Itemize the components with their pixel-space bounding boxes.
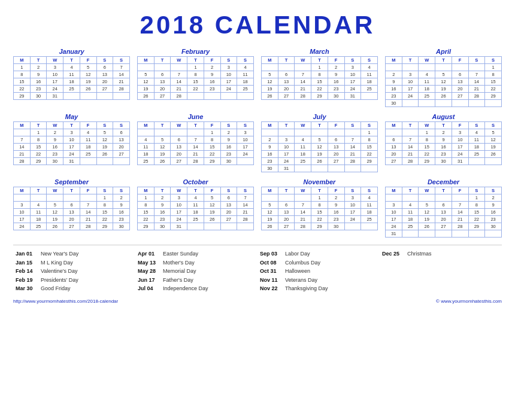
day-cell: 16 (30, 78, 47, 86)
holiday-date: Jun 17 (138, 276, 160, 284)
day-cell: 11 (30, 209, 47, 216)
day-cell: 12 (419, 209, 435, 216)
day-header: M (386, 57, 402, 64)
day-cell: 8 (468, 202, 485, 209)
holiday-name: M L King Day (41, 259, 73, 267)
day-cell: 11 (80, 136, 96, 144)
day-cell: 9 (328, 71, 344, 78)
day-cell: 21 (452, 216, 468, 223)
month-table: MTWTFSS123456789101112131415161718192021… (137, 187, 254, 230)
day-cell: 21 (344, 151, 361, 158)
day-cell: 17 (220, 78, 237, 86)
day-header: M (14, 57, 31, 64)
day-cell: 28 (14, 158, 31, 165)
day-cell (220, 223, 237, 230)
day-cell: 6 (220, 194, 237, 202)
day-header: S (237, 57, 254, 64)
footer-right: © www.yourmomhatesthis.com (436, 299, 502, 304)
day-cell (237, 158, 254, 165)
day-cell: 22 (419, 151, 435, 158)
day-cell: 2 (328, 194, 344, 202)
day-cell: 4 (237, 64, 254, 71)
day-cell: 22 (311, 216, 328, 223)
day-cell: 22 (187, 86, 204, 93)
day-cell: 17 (171, 209, 187, 216)
day-cell: 15 (468, 209, 485, 216)
day-cell: 30 (386, 100, 402, 107)
day-header: S (344, 57, 361, 64)
day-cell: 26 (311, 158, 328, 165)
day-cell: 21 (237, 209, 254, 216)
day-cell: 24 (452, 151, 468, 158)
day-cell: 4 (402, 202, 419, 209)
day-cell: 28 (468, 93, 485, 100)
day-header: T (154, 187, 171, 194)
day-cell: 13 (278, 78, 295, 86)
day-cell (262, 129, 278, 136)
day-cell (452, 230, 468, 238)
day-cell (361, 223, 378, 230)
day-cell (468, 230, 485, 238)
day-cell: 27 (171, 158, 187, 165)
day-cell: 27 (386, 158, 402, 165)
day-cell: 1 (419, 129, 435, 136)
holiday-name: Memorial Day (163, 267, 196, 275)
month-block-july: JulyMTWTFSS12345678910111213141516171819… (261, 113, 378, 172)
day-cell: 27 (113, 151, 130, 158)
holiday-name: New Year's Day (41, 250, 78, 258)
footer: http://www.yourmomhatesthis.com/2018-cal… (13, 299, 502, 304)
day-cell: 4 (468, 129, 485, 136)
day-cell: 19 (96, 144, 113, 151)
day-cell: 22 (14, 86, 31, 93)
calendar-page: 2018 CALENDAR JanuaryMTWTFSS123456789101… (0, 0, 515, 420)
day-cell: 20 (278, 216, 295, 223)
day-cell (262, 64, 278, 71)
day-header: W (171, 122, 187, 129)
page-title: 2018 CALENDAR (13, 11, 502, 39)
day-cell (80, 194, 96, 202)
holiday-date: Sep 03 (260, 250, 283, 258)
day-cell: 16 (386, 86, 402, 93)
day-cell: 11 (468, 136, 485, 144)
day-cell: 6 (386, 136, 402, 144)
day-header: W (47, 57, 63, 64)
day-cell: 30 (220, 158, 237, 165)
day-cell: 8 (311, 71, 328, 78)
month-title: July (261, 113, 378, 120)
month-title: September (13, 178, 130, 185)
day-cell: 15 (187, 78, 204, 86)
month-block-april: AprilMTWTFSS1234567891011121314151617181… (385, 48, 502, 107)
holiday-date: May 13 (138, 259, 160, 267)
day-cell: 20 (452, 86, 468, 93)
day-cell: 11 (361, 202, 378, 209)
day-cell: 28 (452, 223, 468, 230)
day-cell (435, 230, 452, 238)
month-block-december: DecemberMTWTFSS1234567891011121314151617… (385, 178, 502, 238)
day-cell (485, 100, 502, 107)
day-cell: 5 (204, 194, 220, 202)
day-cell: 3 (386, 202, 402, 209)
day-cell (187, 93, 204, 100)
day-cell: 30 (154, 223, 171, 230)
day-cell: 2 (30, 64, 47, 71)
day-cell (328, 129, 344, 136)
day-cell: 12 (138, 78, 154, 86)
day-cell: 3 (14, 202, 31, 209)
day-cell: 9 (30, 71, 47, 78)
day-cell: 27 (154, 93, 171, 100)
day-cell: 16 (435, 144, 452, 151)
day-cell: 6 (171, 136, 187, 144)
holiday-column: Sep 03Labor DayOct 08Columbus DayOct 31H… (258, 250, 380, 294)
day-cell: 15 (204, 144, 220, 151)
day-header: W (419, 187, 435, 194)
day-header: S (485, 122, 502, 129)
day-header: T (435, 122, 452, 129)
day-cell (47, 194, 63, 202)
day-cell: 24 (402, 93, 419, 100)
day-cell: 20 (435, 216, 452, 223)
day-cell: 21 (187, 151, 204, 158)
day-header: T (278, 122, 295, 129)
day-cell: 23 (386, 93, 402, 100)
day-header: F (80, 187, 96, 194)
day-cell: 30 (435, 158, 452, 165)
